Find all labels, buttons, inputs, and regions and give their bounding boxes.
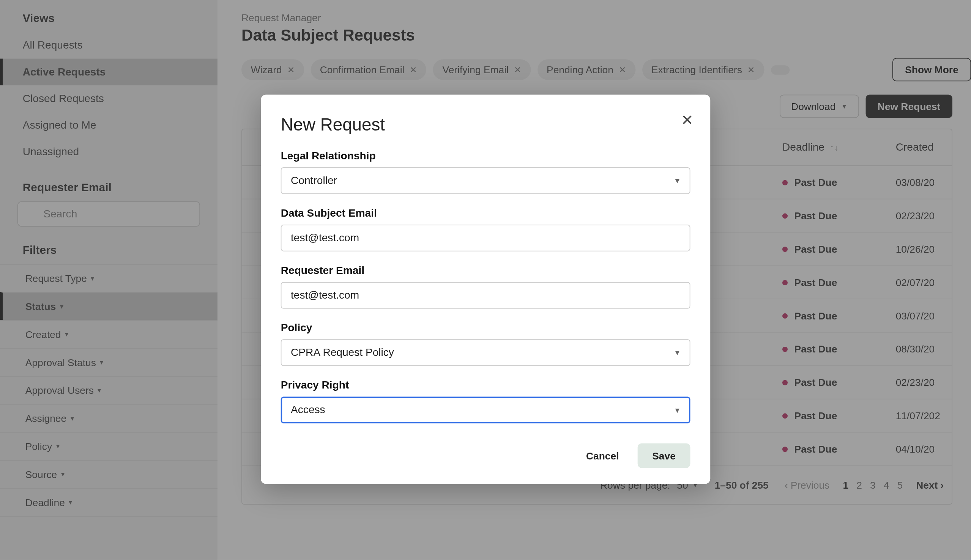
privacy-right-label: Privacy Right bbox=[281, 379, 691, 392]
modal-overlay: New Request ✕ Legal Relationship Control… bbox=[0, 0, 971, 560]
privacy-right-select[interactable]: Access bbox=[281, 397, 691, 423]
policy-select[interactable]: CPRA Request Policy bbox=[281, 339, 691, 366]
legal-relationship-label: Legal Relationship bbox=[281, 150, 691, 162]
cancel-button[interactable]: Cancel bbox=[573, 443, 632, 468]
policy-value: CPRA Request Policy bbox=[291, 347, 394, 358]
close-button[interactable]: ✕ bbox=[681, 112, 693, 129]
requester-email-label: Requester Email bbox=[281, 265, 691, 277]
policy-label: Policy bbox=[281, 322, 691, 334]
save-button[interactable]: Save bbox=[638, 443, 691, 468]
modal-title: New Request bbox=[281, 115, 691, 135]
legal-relationship-select[interactable]: Controller bbox=[281, 167, 691, 194]
close-icon: ✕ bbox=[681, 112, 693, 128]
new-request-modal: New Request ✕ Legal Relationship Control… bbox=[261, 95, 710, 484]
legal-relationship-value: Controller bbox=[291, 175, 337, 186]
data-subject-email-label: Data Subject Email bbox=[281, 207, 691, 219]
data-subject-email-input[interactable] bbox=[281, 225, 691, 251]
requester-email-input[interactable] bbox=[281, 282, 691, 308]
privacy-right-value: Access bbox=[291, 404, 325, 415]
